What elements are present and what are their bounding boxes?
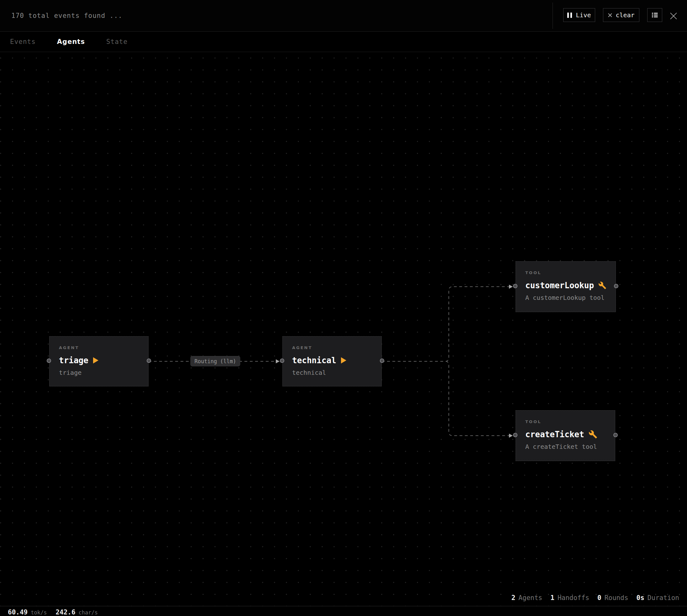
play-icon bbox=[93, 357, 98, 364]
close-panel-button[interactable] bbox=[669, 11, 678, 21]
node-kind-label: AGENT bbox=[59, 345, 139, 350]
edge-technical-createticket bbox=[382, 361, 509, 436]
node-tool-createticket[interactable]: TOOL createTicket A createTicket tool bbox=[516, 410, 615, 461]
play-icon bbox=[341, 357, 346, 364]
wrench-icon bbox=[599, 281, 606, 289]
tab-agents[interactable]: Agents bbox=[57, 38, 85, 45]
input-port[interactable] bbox=[513, 284, 518, 288]
pause-icon bbox=[567, 13, 572, 18]
agent-flow-canvas[interactable]: Routing (llm) AGENT triage triage AGENT … bbox=[0, 52, 687, 606]
top-bar: 170 total events found ... Live clear bbox=[0, 0, 687, 32]
rate-label: tok/s bbox=[31, 610, 47, 616]
stat-value: 0s bbox=[637, 594, 644, 601]
stat-rounds: 0 Rounds bbox=[597, 594, 628, 601]
arrowhead bbox=[509, 434, 513, 438]
stat-value: 0 bbox=[597, 594, 601, 601]
event-list-view-button[interactable] bbox=[647, 8, 662, 22]
run-stats: 2 Agents 1 Handoffs 0 Rounds 0s Duration bbox=[511, 594, 679, 601]
tab-state[interactable]: State bbox=[106, 38, 128, 45]
stat-handoffs: 1 Handoffs bbox=[550, 594, 589, 601]
rate-value: 242.6 bbox=[55, 609, 75, 616]
view-tabs: Events Agents State bbox=[0, 32, 687, 52]
output-port[interactable] bbox=[614, 284, 618, 288]
input-port[interactable] bbox=[280, 358, 284, 363]
stat-label: Handoffs bbox=[557, 594, 589, 601]
node-kind-label: TOOL bbox=[525, 419, 605, 424]
edge-label-routing: Routing (llm) bbox=[190, 356, 240, 366]
input-port[interactable] bbox=[47, 358, 51, 363]
node-title: triage bbox=[59, 356, 88, 365]
node-title: customerLookup bbox=[525, 281, 594, 290]
close-icon bbox=[669, 12, 678, 20]
stat-label: Duration bbox=[647, 594, 679, 601]
stat-value: 1 bbox=[550, 594, 554, 601]
stat-agents: 2 Agents bbox=[511, 594, 543, 601]
node-agent-technical[interactable]: AGENT technical technical bbox=[282, 336, 382, 387]
list-icon bbox=[651, 11, 659, 19]
live-button-label: Live bbox=[576, 11, 591, 19]
node-agent-triage[interactable]: AGENT triage triage bbox=[49, 336, 148, 387]
node-kind-label: TOOL bbox=[525, 270, 606, 275]
output-port[interactable] bbox=[613, 433, 618, 437]
clear-button-label: clear bbox=[616, 11, 634, 19]
stat-duration: 0s Duration bbox=[637, 594, 679, 601]
throughput-bar: 60.49 tok/s 242.6 char/s bbox=[0, 606, 687, 616]
node-tool-customerlookup[interactable]: TOOL customerLookup A customerLookup too… bbox=[516, 261, 616, 312]
live-toggle-button[interactable]: Live bbox=[563, 8, 595, 22]
rate-chars: 242.6 char/s bbox=[55, 609, 98, 616]
stat-label: Rounds bbox=[604, 594, 628, 601]
tab-events[interactable]: Events bbox=[10, 38, 36, 45]
node-title: createTicket bbox=[525, 430, 584, 439]
events-status-text: 170 total events found ... bbox=[11, 0, 122, 31]
output-port[interactable] bbox=[147, 358, 151, 363]
rate-value: 60.49 bbox=[8, 609, 28, 616]
node-title: technical bbox=[292, 356, 336, 365]
rate-label: char/s bbox=[79, 610, 98, 616]
node-subtitle: triage bbox=[59, 369, 139, 376]
edge-layer bbox=[0, 52, 687, 606]
node-subtitle: A createTicket tool bbox=[525, 443, 605, 450]
input-port[interactable] bbox=[513, 433, 518, 437]
stat-label: Agents bbox=[519, 594, 542, 601]
wrench-icon bbox=[589, 430, 597, 438]
arrowhead bbox=[276, 359, 279, 364]
node-kind-label: AGENT bbox=[292, 345, 372, 350]
output-port[interactable] bbox=[380, 358, 384, 363]
stat-value: 2 bbox=[511, 594, 516, 601]
edge-technical-customerlookup bbox=[382, 287, 509, 361]
node-subtitle: A customerLookup tool bbox=[525, 294, 606, 302]
node-subtitle: technical bbox=[292, 369, 372, 376]
clear-button[interactable]: clear bbox=[603, 8, 639, 22]
arrowhead bbox=[509, 285, 513, 289]
rate-tokens: 60.49 tok/s bbox=[8, 609, 47, 616]
x-icon bbox=[608, 13, 612, 18]
